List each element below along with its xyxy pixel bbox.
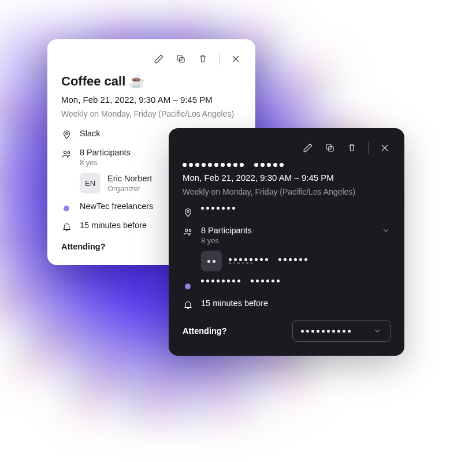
trash-icon bbox=[347, 143, 357, 153]
bell-icon bbox=[183, 299, 193, 310]
svg-point-2 bbox=[65, 132, 68, 135]
tag-redacted bbox=[201, 280, 391, 282]
avatar bbox=[201, 251, 222, 271]
location-row bbox=[183, 207, 391, 218]
event-title bbox=[183, 163, 391, 167]
avatar: EN bbox=[80, 173, 101, 193]
copy-icon bbox=[325, 143, 335, 153]
participants-row[interactable]: 8 Participants 8 yes bbox=[183, 226, 391, 245]
location-redacted bbox=[201, 207, 391, 210]
card-footer: Attending? bbox=[183, 320, 391, 342]
attending-dropdown[interactable] bbox=[292, 320, 391, 342]
chevron-down-icon[interactable] bbox=[381, 226, 391, 235]
toolbar bbox=[61, 51, 241, 67]
people-icon bbox=[61, 148, 72, 159]
people-icon bbox=[183, 226, 193, 237]
toolbar-divider bbox=[368, 141, 369, 154]
event-title: Coffee call ☕ bbox=[61, 74, 241, 89]
close-icon bbox=[380, 143, 390, 153]
close-button[interactable] bbox=[230, 53, 241, 65]
svg-point-7 bbox=[187, 210, 189, 213]
title-redacted bbox=[183, 163, 284, 167]
event-datetime: Mon, Feb 21, 2022, 9:30 AM – 9:45 PM bbox=[183, 173, 391, 182]
trash-icon bbox=[198, 54, 208, 64]
delete-button[interactable] bbox=[197, 53, 209, 65]
organizer-role: Organizer bbox=[107, 184, 152, 193]
edit-button[interactable] bbox=[153, 53, 165, 65]
svg-point-3 bbox=[64, 151, 66, 153]
duplicate-button[interactable] bbox=[324, 142, 336, 154]
attending-label: Attending? bbox=[61, 242, 106, 251]
title-text: Coffee call bbox=[61, 74, 125, 89]
participants-yes: 8 yes bbox=[201, 236, 373, 245]
attending-label: Attending? bbox=[183, 326, 227, 336]
event-datetime: Mon, Feb 21, 2022, 9:30 AM – 9:45 PM bbox=[61, 95, 241, 105]
reminder-value: 15 minutes before bbox=[201, 299, 391, 308]
pencil-icon bbox=[154, 54, 164, 64]
location-icon bbox=[183, 207, 193, 218]
bell-icon bbox=[61, 221, 72, 232]
pencil-icon bbox=[303, 143, 313, 153]
organizer-name-redacted bbox=[229, 258, 307, 261]
svg-point-8 bbox=[185, 229, 187, 231]
organizer-name: Eric Norbert bbox=[107, 174, 152, 183]
toolbar bbox=[183, 140, 391, 156]
location-icon bbox=[61, 129, 72, 140]
participants-count: 8 Participants bbox=[201, 226, 373, 235]
event-card-dark: Mon, Feb 21, 2022, 9:30 AM – 9:45 PM Wee… bbox=[169, 128, 404, 356]
dropdown-value-redacted bbox=[301, 330, 351, 333]
event-recurrence: Weekly on Monday, Friday (Pacific/Los An… bbox=[61, 109, 241, 118]
organizer-role-redacted bbox=[229, 262, 307, 264]
tag-color-dot bbox=[183, 280, 193, 290]
svg-point-9 bbox=[189, 229, 191, 232]
event-recurrence: Weekly on Monday, Friday (Pacific/Los An… bbox=[183, 187, 391, 196]
close-icon bbox=[230, 54, 241, 64]
tag-color-dot bbox=[61, 202, 72, 213]
svg-point-4 bbox=[68, 151, 70, 154]
chevron-down-icon bbox=[373, 326, 382, 336]
coffee-icon: ☕ bbox=[129, 74, 144, 89]
reminder-row: 15 minutes before bbox=[183, 299, 391, 310]
toolbar-divider bbox=[219, 53, 220, 65]
edit-button[interactable] bbox=[302, 142, 314, 154]
organizer-row bbox=[201, 251, 391, 271]
close-button[interactable] bbox=[379, 142, 391, 154]
delete-button[interactable] bbox=[346, 142, 358, 154]
tag-row bbox=[183, 280, 391, 290]
copy-icon bbox=[176, 54, 186, 64]
avatar-redacted bbox=[207, 260, 215, 263]
duplicate-button[interactable] bbox=[175, 53, 187, 65]
